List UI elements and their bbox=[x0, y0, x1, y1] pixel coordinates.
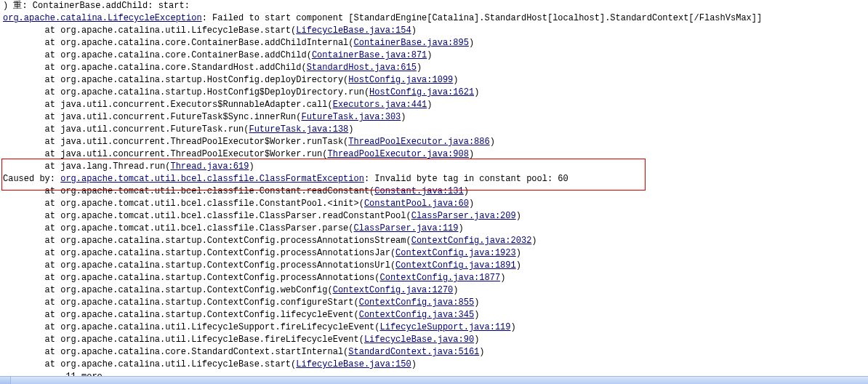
frame1-link-3[interactable]: StandardHost.java:615 bbox=[307, 63, 417, 73]
frame1-link-4[interactable]: HostConfig.java:1099 bbox=[348, 75, 453, 85]
frame2-link-9[interactable]: ContextConfig.java:855 bbox=[359, 297, 474, 308]
frame1-link-7[interactable]: FutureTask.java:303 bbox=[301, 112, 401, 122]
frame2-link-8[interactable]: ContextConfig.java:1270 bbox=[333, 285, 454, 295]
frame2-link-14[interactable]: LifecycleBase.java:150 bbox=[296, 359, 411, 369]
frame1-link-6[interactable]: Executors.java:441 bbox=[333, 100, 427, 110]
exception-class[interactable]: org.apache.catalina.LifecycleException bbox=[3, 13, 202, 23]
frame2-link-1[interactable]: ConstantPool.java:60 bbox=[364, 199, 469, 209]
frame2-link-10[interactable]: ContextConfig.java:345 bbox=[359, 310, 474, 320]
stacktrace-viewport: ) 重: ContainerBase.addChild: start: org.… bbox=[0, 0, 868, 384]
status-bar-segment bbox=[0, 377, 11, 384]
frame1-link-8[interactable]: FutureTask.java:138 bbox=[249, 124, 348, 135]
stacktrace-text: ) 重: ContainerBase.addChild: start: org.… bbox=[0, 0, 868, 383]
frame2-link-2[interactable]: ClassParser.java:209 bbox=[411, 211, 516, 221]
frame2-link-13[interactable]: StandardContext.java:5161 bbox=[348, 347, 479, 357]
frame2-link-6[interactable]: ContextConfig.java:1891 bbox=[395, 260, 516, 271]
frame1-link-9[interactable]: ThreadPoolExecutor.java:886 bbox=[348, 137, 489, 147]
frame2-link-5[interactable]: ContextConfig.java:1923 bbox=[395, 248, 516, 258]
frame2-link-3[interactable]: ClassParser.java:119 bbox=[353, 223, 458, 233]
frame1-link-0[interactable]: LifecycleBase.java:154 bbox=[296, 25, 411, 36]
frame2-link-0[interactable]: Constant.java:131 bbox=[374, 186, 463, 196]
frame1-link-1[interactable]: ContainerBase.java:895 bbox=[353, 38, 468, 48]
status-bar bbox=[0, 376, 868, 384]
caused-exception-class[interactable]: org.apache.tomcat.util.bcel.classfile.Cl… bbox=[60, 174, 364, 184]
frame1-link-5[interactable]: HostConfig.java:1621 bbox=[369, 87, 474, 97]
frame1-link-11[interactable]: Thread.java:619 bbox=[170, 161, 249, 172]
frame2-link-4[interactable]: ContextConfig.java:2032 bbox=[411, 236, 532, 246]
frame1-link-2[interactable]: ContainerBase.java:871 bbox=[312, 50, 427, 60]
frame1-link-10[interactable]: ThreadPoolExecutor.java:908 bbox=[327, 149, 468, 159]
frame2-link-12[interactable]: LifecycleBase.java:90 bbox=[364, 335, 474, 345]
frame2-link-7[interactable]: ContextConfig.java:1877 bbox=[379, 273, 500, 283]
frame2-link-11[interactable]: LifecycleSupport.java:119 bbox=[379, 322, 510, 332]
